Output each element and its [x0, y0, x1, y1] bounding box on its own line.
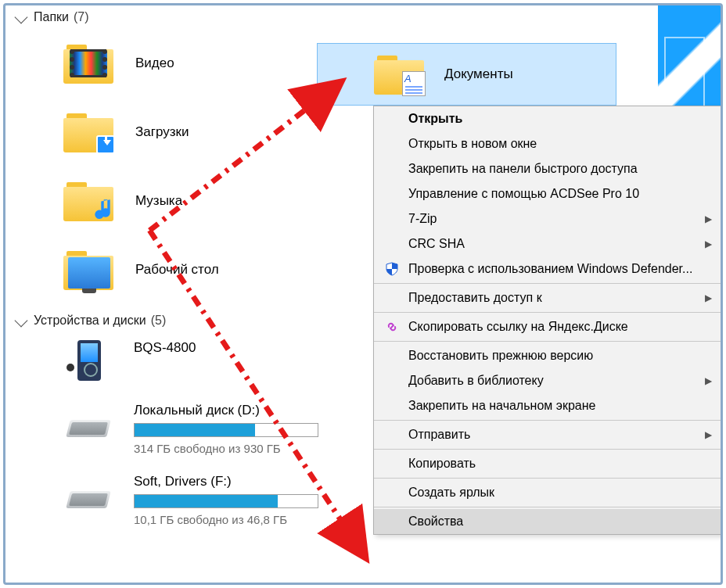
cm-label: Создать ярлык — [408, 486, 712, 500]
cm-separator — [374, 449, 723, 450]
cm-label: Закрепить на панели быстрого доступа — [408, 162, 712, 176]
section-folders-count: (7) — [74, 10, 89, 24]
cm-label: 7-Zip — [408, 212, 697, 226]
cm-label: Скопировать ссылку на Яндекс.Диске — [408, 320, 712, 334]
cm-separator — [374, 478, 723, 479]
disk-drive-icon — [63, 403, 113, 446]
submenu-arrow-icon: ▶ — [705, 429, 712, 440]
storage-text: 314 ГБ свободно из 930 ГБ — [134, 442, 318, 455]
device-title: BQS-4800 — [134, 340, 196, 356]
device-title: Soft, Drivers (F:) — [134, 474, 318, 489]
cm-label: Свойства — [408, 514, 712, 529]
section-folders-header[interactable]: Папки (7) — [5, 5, 721, 29]
submenu-arrow-icon: ▶ — [705, 292, 712, 303]
section-devices-title: Устройства и диски — [34, 314, 146, 328]
folder-documents-selected[interactable]: Документы — [317, 43, 616, 106]
cm-label: Открыть — [408, 112, 712, 126]
cm-share-access[interactable]: Предоставить доступ к▶ — [374, 285, 723, 310]
cm-open-new-window[interactable]: Открыть в новом окне — [374, 131, 723, 156]
cm-label: Добавить в библиотеку — [408, 374, 697, 388]
music-note-icon — [95, 198, 117, 223]
folder-icon — [374, 54, 424, 95]
cm-restore-previous[interactable]: Восстановить прежнюю версию — [374, 343, 723, 368]
folder-icon — [63, 112, 113, 152]
folder-label: Видео — [135, 56, 174, 71]
link-icon — [383, 321, 401, 333]
cm-acdsee[interactable]: Управление с помощью ACDSee Pro 10 — [374, 181, 723, 206]
storage-text: 10,1 ГБ свободно из 46,8 ГБ — [134, 513, 318, 526]
folder-label: Документы — [444, 66, 513, 82]
submenu-arrow-icon: ▶ — [705, 238, 712, 249]
folder-label: Загрузки — [135, 124, 189, 140]
cm-send-to[interactable]: Отправить▶ — [374, 422, 723, 447]
cm-separator — [374, 283, 723, 284]
download-arrow-icon — [96, 135, 115, 154]
submenu-arrow-icon: ▶ — [705, 375, 712, 386]
context-menu: Открыть Открыть в новом окне Закрепить н… — [373, 106, 723, 535]
folder-icon — [63, 249, 113, 290]
storage-bar — [134, 494, 318, 508]
cm-copy[interactable]: Копировать — [374, 451, 723, 476]
cm-label: CRC SHA — [408, 237, 697, 251]
cm-label: Предоставить доступ к — [408, 291, 697, 305]
cm-defender-scan[interactable]: Проверка с использованием Windows Defend… — [374, 256, 723, 281]
cm-label: Отправить — [408, 428, 697, 442]
cm-separator — [374, 341, 723, 342]
chevron-down-icon — [15, 11, 28, 24]
mp3-player-icon — [63, 340, 113, 384]
storage-bar — [134, 423, 318, 437]
cm-separator — [374, 420, 723, 421]
monitor-icon — [68, 257, 110, 289]
device-title: Локальный диск (D:) — [134, 403, 318, 418]
cm-pin-quick-access[interactable]: Закрепить на панели быстрого доступа — [374, 156, 723, 181]
shield-icon — [383, 262, 401, 276]
cm-label: Копировать — [408, 457, 712, 471]
cm-copy-yandex-link[interactable]: Скопировать ссылку на Яндекс.Диске — [374, 314, 723, 339]
cm-create-shortcut[interactable]: Создать ярлык — [374, 480, 723, 505]
cm-label: Управление с помощью ACDSee Pro 10 — [408, 187, 712, 201]
cm-label: Восстановить прежнюю версию — [408, 349, 712, 363]
cm-pin-start[interactable]: Закрепить на начальном экране — [374, 393, 723, 418]
folder-icon — [63, 181, 113, 221]
cm-label: Проверка с использованием Windows Defend… — [408, 262, 712, 276]
folder-icon — [63, 43, 113, 84]
section-folders-title: Папки — [34, 10, 69, 24]
cm-open[interactable]: Открыть — [374, 106, 723, 131]
cm-add-to-library[interactable]: Добавить в библиотеку▶ — [374, 368, 723, 393]
cm-7zip[interactable]: 7-Zip▶ — [374, 206, 723, 231]
cm-label: Открыть в новом окне — [408, 137, 712, 151]
chevron-down-icon — [15, 314, 28, 328]
cm-separator — [374, 507, 723, 507]
submenu-arrow-icon: ▶ — [705, 213, 712, 224]
cm-crc-sha[interactable]: CRC SHA▶ — [374, 231, 723, 256]
cm-properties[interactable]: Свойства — [374, 509, 723, 534]
section-devices-count: (5) — [151, 314, 167, 328]
cm-label: Закрепить на начальном экране — [408, 399, 712, 413]
explorer-frame: Папки (7) Видео Загрузки Музыка Рабочий … — [3, 3, 723, 585]
cm-separator — [374, 312, 723, 313]
folder-label: Рабочий стол — [135, 262, 219, 278]
disk-drive-icon — [63, 474, 113, 518]
folder-label: Музыка — [135, 193, 182, 209]
document-page-icon — [402, 71, 426, 96]
